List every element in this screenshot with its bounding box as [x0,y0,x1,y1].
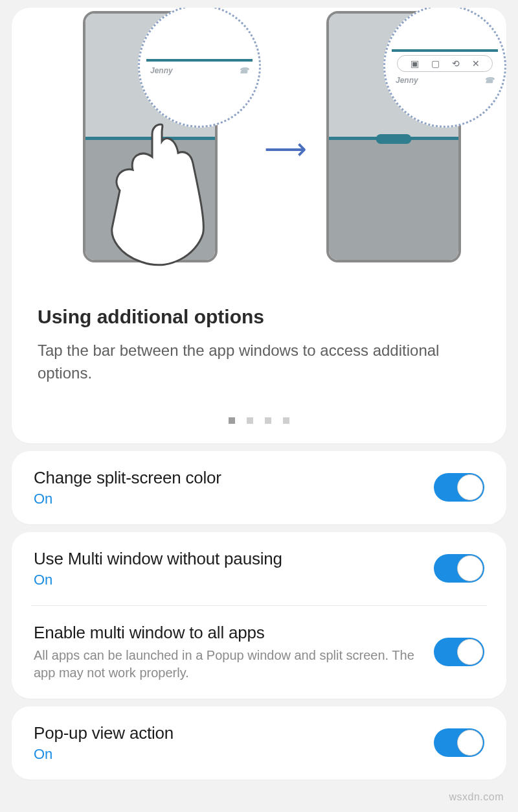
setting-popup-view-action[interactable]: Pop-up view action On [12,706,506,780]
setting-title: Use Multi window without pausing [34,549,421,569]
setting-card: Use Multi window without pausing On Enab… [12,532,506,699]
setting-multi-window-no-pause[interactable]: Use Multi window without pausing On [12,532,506,605]
toggle-switch[interactable] [434,554,484,583]
setting-status: On [34,746,421,763]
split-toolbar: ▣ ▢ ⟲ ✕ [397,55,493,72]
setting-description: All apps can be launched in a Popup wind… [34,647,421,682]
magnifier-left-label: Jenny [150,66,173,75]
setting-status: On [34,572,421,588]
page-dot[interactable] [265,417,271,424]
toggle-switch[interactable] [434,473,484,502]
magnifier-right: ▣ ▢ ⟲ ✕ Jenny ☎ [383,8,506,128]
setting-status: On [34,491,421,507]
toolbar-close-icon: ✕ [472,58,480,69]
arrow-right-icon: ⟶ [264,134,307,164]
setting-title: Pop-up view action [34,723,421,743]
toggle-switch[interactable] [434,728,484,757]
magnifier-left: Jenny ☎ [138,8,261,128]
page-dot[interactable] [229,417,235,424]
tutorial-title: Using additional options [38,306,480,328]
tutorial-description: Tap the bar between the app windows to a… [38,340,480,385]
setting-title: Change split-screen color [34,468,421,488]
page-indicator [12,417,506,424]
page-dot[interactable] [247,417,253,424]
toolbar-snap-icon: ▣ [411,58,419,69]
toolbar-swap-icon: ⟲ [452,58,460,69]
phone-call-icon: ☎ [239,66,249,75]
setting-enable-multi-window-all[interactable]: Enable multi window to all apps All apps… [12,606,506,699]
phone-call-icon: ☎ [484,76,494,85]
setting-change-split-color[interactable]: Change split-screen color On [12,451,506,524]
toolbar-window-icon: ▢ [431,58,440,69]
split-screen-handle-icon [376,134,412,144]
tutorial-card: Jenny ☎ ⟶ ▣ ▢ ⟲ ✕ Jenny [12,8,506,443]
setting-card: Change split-screen color On [12,451,506,524]
tutorial-illustration: Jenny ☎ ⟶ ▣ ▢ ⟲ ✕ Jenny [12,8,506,267]
setting-card: Pop-up view action On [12,706,506,780]
page-dot[interactable] [283,417,289,424]
setting-title: Enable multi window to all apps [34,623,421,643]
magnifier-right-label: Jenny [396,76,418,85]
toggle-switch[interactable] [434,638,484,666]
